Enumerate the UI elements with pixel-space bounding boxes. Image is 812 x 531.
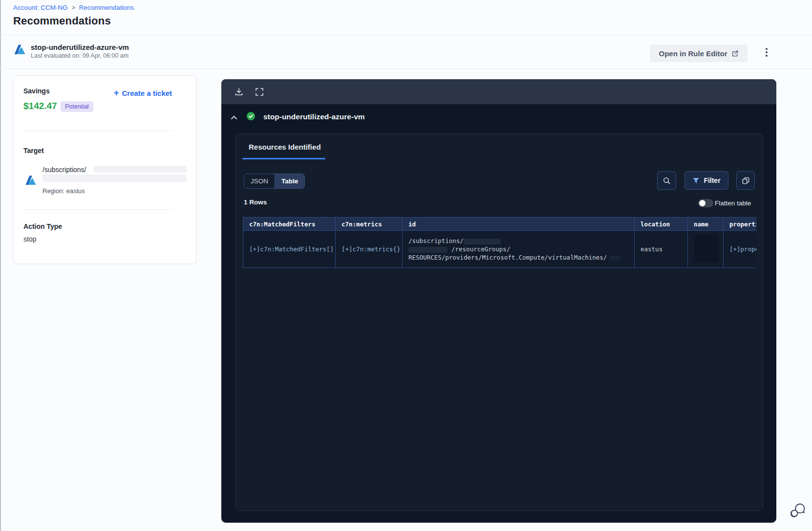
table-header-row: c7n:MatchedFilters c7n:metrics id locati… xyxy=(243,218,757,231)
success-check-icon xyxy=(246,111,256,121)
external-link-icon xyxy=(731,50,739,57)
savings-potential-badge: Potential xyxy=(61,101,93,112)
azure-target-icon xyxy=(24,174,37,187)
collapse-chevron-icon[interactable] xyxy=(230,114,238,120)
column-header-metrics[interactable]: c7n:metrics xyxy=(336,218,403,231)
copy-button[interactable] xyxy=(736,171,755,190)
redacted-value xyxy=(43,175,187,182)
cell-location: eastus xyxy=(635,231,688,268)
support-chat-icon[interactable] xyxy=(790,502,806,518)
page-title: Recommendations xyxy=(13,15,111,27)
savings-amount: $142.47 xyxy=(23,101,57,111)
cell-name xyxy=(688,231,724,268)
tab-resources-identified[interactable]: Resources Identified xyxy=(249,143,321,151)
search-icon xyxy=(662,177,671,185)
redacted-value xyxy=(94,166,187,173)
summary-divider-2 xyxy=(23,209,173,210)
cell-matched-filters[interactable]: [+]c7n:MatchedFilters[] xyxy=(243,231,336,268)
table-row: [+]c7n:MatchedFilters[] [+]c7n:metrics{}… xyxy=(243,231,757,268)
cell-id: /subscriptions/ /resourceGroups/ RESOURC… xyxy=(403,231,635,268)
filter-icon xyxy=(692,177,700,184)
savings-label: Savings xyxy=(23,87,50,95)
download-icon[interactable] xyxy=(234,87,244,97)
column-header-properties[interactable]: properties xyxy=(724,218,757,231)
resources-card: Resources Identified JSON Table Filter 1… xyxy=(235,133,763,511)
resources-table-container: c7n:MatchedFilters c7n:metrics id locati… xyxy=(243,217,756,269)
filter-button[interactable]: Filter xyxy=(684,171,728,190)
redacted-value xyxy=(694,235,718,262)
redacted-value xyxy=(408,247,448,253)
header-divider xyxy=(0,35,812,35)
results-panel: stop-underutilized-azure-vm Resources Id… xyxy=(221,79,776,523)
filter-button-label: Filter xyxy=(704,177,720,184)
action-type-label: Action Type xyxy=(23,222,62,230)
column-header-matched-filters[interactable]: c7n:MatchedFilters xyxy=(243,218,336,231)
breadcrumb: Account: CCM-NG > Recommendations xyxy=(13,4,134,11)
search-button[interactable] xyxy=(657,171,676,190)
create-ticket-label: Create a ticket xyxy=(122,89,172,97)
cell-metrics[interactable]: [+]c7n:metrics{} xyxy=(336,231,403,268)
open-in-rule-editor-label: Open in Rule Editor xyxy=(659,49,727,58)
cell-properties[interactable]: [+]properties{} xyxy=(724,231,757,268)
breadcrumb-separator-icon: > xyxy=(72,4,75,11)
target-path: /subscriptions/ xyxy=(43,166,86,174)
target-label: Target xyxy=(23,147,44,155)
open-in-rule-editor-button[interactable]: Open in Rule Editor xyxy=(650,44,748,62)
breadcrumb-recommendations-link[interactable]: Recommendations xyxy=(79,4,134,11)
redacted-value xyxy=(464,239,501,244)
column-header-location[interactable]: location xyxy=(635,218,688,231)
column-header-id[interactable]: id xyxy=(403,218,635,231)
flatten-table-toggle[interactable] xyxy=(698,199,713,207)
flatten-table-label: Flatten table xyxy=(715,199,751,207)
copy-icon xyxy=(742,177,750,185)
summary-divider xyxy=(23,131,173,131)
view-toggle: JSON Table xyxy=(244,174,305,189)
azure-icon xyxy=(13,43,26,56)
target-region: Region: eastus xyxy=(43,187,85,195)
rule-last-evaluated: Last evaluated on: 09 Apr, 06:00 am xyxy=(31,52,128,59)
results-toolbar xyxy=(221,79,776,104)
redacted-value xyxy=(610,256,620,261)
resources-table: c7n:MatchedFilters c7n:metrics id locati… xyxy=(243,217,756,268)
view-toggle-json[interactable]: JSON xyxy=(244,174,275,188)
more-options-button[interactable] xyxy=(760,47,773,61)
content-divider xyxy=(0,68,812,69)
rule-name: stop-underutilized-azure-vm xyxy=(31,43,129,51)
plus-icon: + xyxy=(114,89,119,97)
app-left-edge xyxy=(0,0,1,531)
breadcrumb-account-link[interactable]: Account: CCM-NG xyxy=(13,4,68,11)
view-toggle-table[interactable]: Table xyxy=(275,174,304,188)
panel-rule-title: stop-underutilized-azure-vm xyxy=(263,112,365,121)
fullscreen-icon[interactable] xyxy=(255,87,264,97)
action-type-value: stop xyxy=(23,235,36,243)
column-header-name[interactable]: name xyxy=(688,218,724,231)
rows-count: 1 Rows xyxy=(244,199,267,206)
tab-active-underline xyxy=(242,158,325,159)
create-ticket-button[interactable]: + Create a ticket xyxy=(114,89,172,97)
